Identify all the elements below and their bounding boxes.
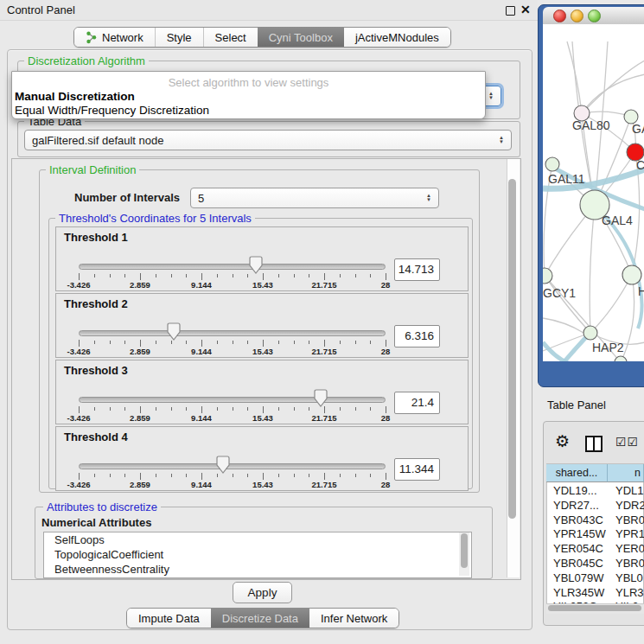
- network-edge[interactable]: [582, 74, 644, 113]
- slider-tick: [110, 474, 111, 477]
- horizontal-scrollbar-thumb[interactable]: [548, 605, 641, 611]
- slider-tick: [263, 406, 264, 413]
- slider-tick: [94, 474, 95, 477]
- slider-tick-label: 15.43: [252, 347, 273, 356]
- float-window-icon[interactable]: [506, 6, 515, 16]
- slider-tick: [156, 474, 156, 477]
- column-header-shared-name[interactable]: shared...: [546, 464, 608, 482]
- cell-name: YDL1: [615, 484, 644, 497]
- slider-tick: [278, 274, 279, 277]
- tab-network[interactable]: Network: [74, 28, 155, 47]
- attribute-item[interactable]: SelfLoops: [44, 532, 471, 547]
- threshold-value-field[interactable]: 14.713: [394, 258, 440, 281]
- slider-tick: [79, 406, 80, 413]
- table-data-combobox[interactable]: galFiltered.sif default node ▲▼: [24, 130, 512, 150]
- network-node[interactable]: [583, 326, 597, 340]
- attribute-item[interactable]: TopologicalCoefficient: [44, 547, 471, 562]
- slider-tick-label: 2.859: [130, 413, 150, 423]
- slider-track[interactable]: [79, 264, 386, 270]
- slider-tick: [278, 341, 279, 344]
- dropdown-item-manual-discretization[interactable]: Manual Discretization: [15, 90, 135, 103]
- spinner-arrows-icon: ▲▼: [488, 92, 494, 100]
- slider-tick: [110, 274, 111, 277]
- cell-name: YLR3: [615, 586, 644, 599]
- slider-tick: [233, 474, 233, 477]
- slider-tick: [247, 474, 248, 477]
- cell-name: YPR1: [615, 527, 644, 540]
- slider-tick: [355, 474, 356, 477]
- slider-tick: [309, 474, 309, 477]
- tab-style[interactable]: Style: [155, 28, 203, 47]
- table-row[interactable]: YBR045CYBR0: [546, 556, 644, 571]
- network-node[interactable]: [622, 265, 641, 284]
- tab-infer-network[interactable]: Infer Network: [309, 609, 399, 628]
- slider-tick: [324, 473, 325, 480]
- slider-tick: [171, 474, 172, 477]
- column-header-name[interactable]: n: [608, 464, 644, 482]
- slider-tick: [294, 341, 295, 344]
- attributes-scrollbar-thumb[interactable]: [461, 533, 468, 568]
- slider-tick: [94, 274, 95, 277]
- threshold-value-field[interactable]: 21.4: [394, 392, 440, 414]
- slider-tick: [171, 407, 172, 411]
- tab-cyni-toolbox[interactable]: Cyni Toolbox: [258, 28, 344, 47]
- dropdown-item-equal-width[interactable]: Equal Width/Frequency Discretization: [15, 104, 209, 117]
- network-node[interactable]: [545, 157, 559, 171]
- gear-icon[interactable]: ⚙: [555, 431, 570, 451]
- network-edge[interactable]: [567, 41, 582, 113]
- threshold-value-field[interactable]: 6.316: [394, 325, 440, 348]
- network-edge[interactable]: [590, 205, 595, 333]
- slider-tick: [79, 340, 80, 347]
- slider-tick-label: 2.859: [130, 347, 150, 356]
- network-edge[interactable]: [582, 61, 644, 113]
- slider-tick: [386, 473, 386, 480]
- slider-tick: [294, 474, 295, 477]
- minimize-traffic-light[interactable]: [571, 10, 583, 22]
- network-node-label: GAL11: [548, 172, 585, 186]
- slider-tick-label: 28: [381, 480, 391, 489]
- threshold-label: Threshold 4: [64, 430, 128, 443]
- apply-button[interactable]: Apply: [233, 582, 292, 603]
- table-row[interactable]: YDL19...YDL1: [546, 483, 644, 498]
- attribute-item[interactable]: BetweennessCentrality: [44, 562, 471, 577]
- vertical-scrollbar-thumb[interactable]: [508, 179, 516, 519]
- threshold-value-field[interactable]: 11.344: [394, 458, 440, 481]
- network-view-canvas[interactable]: GAL80GACGAL11GAL4GCY1HHAP2: [543, 24, 644, 361]
- slider-thumb[interactable]: [216, 456, 230, 480]
- table-row[interactable]: YBL079WYBL0: [546, 571, 644, 585]
- slider-tick-label: 15.43: [252, 480, 273, 489]
- tab-jactivemnodules[interactable]: jActiveMNodules: [344, 28, 450, 47]
- slider-track[interactable]: [79, 463, 386, 469]
- close-traffic-light[interactable]: [553, 10, 566, 22]
- tab-impute-data[interactable]: Impute Data: [127, 609, 211, 628]
- network-edge[interactable]: [590, 275, 632, 333]
- zoom-traffic-light[interactable]: [588, 10, 601, 22]
- dropdown-placeholder-item[interactable]: Select algorithm to view settings: [12, 76, 485, 89]
- slider-track[interactable]: [79, 397, 386, 403]
- columns-icon[interactable]: [585, 436, 603, 452]
- close-icon[interactable]: ✕: [520, 3, 531, 16]
- network-node-label: C: [636, 158, 644, 172]
- network-node[interactable]: [543, 268, 552, 284]
- table-row[interactable]: YBR043CYBR0: [546, 513, 644, 527]
- tab-select[interactable]: Select: [203, 28, 258, 47]
- slider-track[interactable]: [79, 330, 386, 336]
- slider-tick: [186, 474, 187, 477]
- number-of-intervals-spinner[interactable]: 5 ▲▼: [190, 188, 439, 208]
- table-row[interactable]: YPR145WYPR1: [546, 526, 644, 541]
- tab-discretize-data[interactable]: Discretize Data: [211, 609, 309, 628]
- threshold-panel: Threshold 1-3.4262.8599.14415.4321.71528…: [55, 226, 469, 291]
- slider-thumb[interactable]: [167, 322, 181, 347]
- network-edge[interactable]: [543, 318, 583, 333]
- thresholds-group-label: Threshold's Coordinates for 5 Intervals: [55, 213, 255, 225]
- slider-tick: [110, 407, 111, 411]
- numerical-attributes-list[interactable]: SelfLoopsTopologicalCoefficientBetweenne…: [43, 532, 472, 578]
- slider-thumb[interactable]: [249, 256, 263, 280]
- table-row[interactable]: YER054CYER0: [546, 541, 644, 556]
- slider-tick: [186, 274, 187, 277]
- slider-tick: [309, 274, 309, 277]
- table-row[interactable]: YDR27...YDR2: [546, 498, 644, 513]
- table-row[interactable]: YLR345WYLR3: [546, 585, 644, 600]
- slider-thumb[interactable]: [314, 389, 328, 413]
- checkboxes-icon[interactable]: ☑☑: [615, 435, 639, 449]
